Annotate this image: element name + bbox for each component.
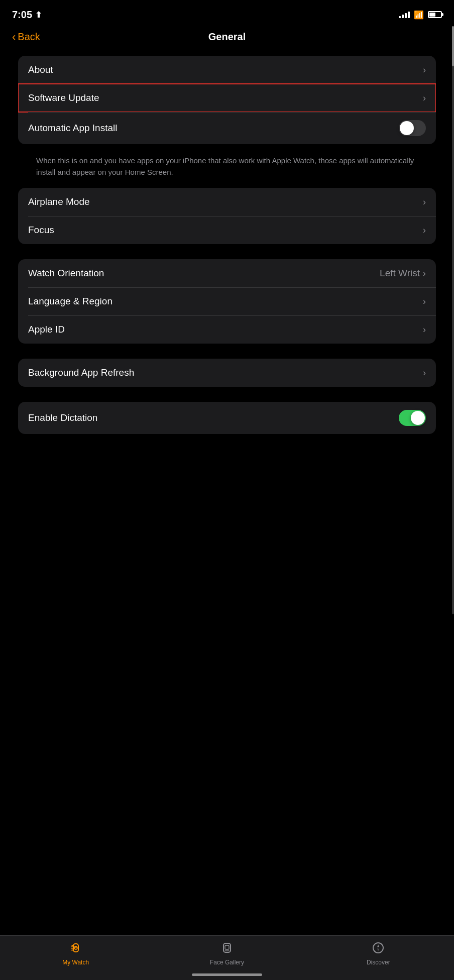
settings-group-4: Background App Refresh › [18,359,436,387]
discover-tab-label: Discover [367,959,390,966]
software-update-row[interactable]: Software Update › [18,84,436,112]
tab-my-watch[interactable]: My Watch [0,941,151,966]
focus-label: Focus [28,225,54,236]
automatic-app-install-row[interactable]: Automatic App Install [18,112,436,144]
my-watch-tab-label: My Watch [62,959,89,966]
apple-id-row[interactable]: Apple ID › [18,315,436,344]
enable-dictation-label: Enable Dictation [28,412,97,423]
face-gallery-tab-label: Face Gallery [210,959,244,966]
svg-line-1 [72,945,73,946]
background-app-refresh-label: Background App Refresh [28,367,134,378]
home-indicator [192,973,262,976]
software-update-label: Software Update [28,92,99,103]
status-time: 7:05 ⬆ [12,9,42,21]
settings-group-3: Watch Orientation Left Wrist › Language … [18,259,436,344]
airplane-mode-right: › [423,197,426,207]
location-icon: ⬆ [35,10,42,20]
language-region-right: › [423,296,426,307]
time-display: 7:05 [12,9,32,21]
enable-dictation-toggle-knob [411,411,425,425]
background-app-refresh-right: › [423,368,426,378]
settings-group-5: Enable Dictation [18,402,436,434]
discover-icon [371,941,385,957]
toggle-knob [400,121,414,135]
automatic-app-install-label: Automatic App Install [28,123,117,134]
about-row[interactable]: About › [18,56,436,84]
watch-orientation-label: Watch Orientation [28,268,104,279]
language-region-label: Language & Region [28,296,112,307]
about-label: About [28,64,53,75]
status-icons: 📶 [399,10,442,20]
language-region-row[interactable]: Language & Region › [18,287,436,315]
apple-id-right: › [423,324,426,335]
settings-group-1: About › Software Update › Automatic App … [18,56,436,144]
about-right: › [423,65,426,75]
svg-line-3 [72,950,73,950]
svg-marker-12 [377,944,379,947]
background-app-refresh-row[interactable]: Background App Refresh › [18,359,436,387]
my-watch-icon [69,941,83,957]
battery-icon [428,11,442,18]
focus-row[interactable]: Focus › [18,216,436,244]
enable-dictation-toggle[interactable] [399,410,426,426]
watch-orientation-right: Left Wrist › [380,268,426,279]
svg-rect-9 [225,945,229,949]
airplane-mode-chevron-icon: › [423,197,426,207]
svg-marker-13 [377,948,379,951]
language-region-chevron-icon: › [423,296,426,307]
airplane-mode-row[interactable]: Airplane Mode › [18,188,436,216]
tab-face-gallery[interactable]: Face Gallery [151,941,302,966]
watch-orientation-value: Left Wrist [380,268,420,279]
tab-discover[interactable]: Discover [303,941,454,966]
back-button[interactable]: ‹ Back [12,31,40,43]
focus-right: › [423,225,426,236]
wifi-icon: 📶 [414,10,424,20]
airplane-mode-label: Airplane Mode [28,196,90,207]
apple-id-label: Apple ID [28,324,65,335]
content-area: About › Software Update › Automatic App … [0,51,454,499]
nav-bar: ‹ Back General [0,26,454,51]
back-label: Back [18,31,40,43]
automatic-app-install-toggle[interactable] [399,120,426,136]
apple-id-chevron-icon: › [423,324,426,335]
settings-group-2: Airplane Mode › Focus › [18,188,436,244]
face-gallery-icon [220,941,234,957]
status-bar: 7:05 ⬆ 📶 [0,0,454,26]
background-app-refresh-chevron-icon: › [423,368,426,378]
enable-dictation-row[interactable]: Enable Dictation [18,402,436,434]
watch-orientation-row[interactable]: Watch Orientation Left Wrist › [18,259,436,287]
automatic-app-install-description: When this is on and you have apps on you… [18,149,436,188]
scrollbar-thumb[interactable] [452,26,454,66]
signal-bars-icon [399,12,410,18]
page-title: General [208,31,246,43]
software-update-chevron-icon: › [423,93,426,103]
scrollbar-track[interactable] [452,26,454,614]
focus-chevron-icon: › [423,225,426,236]
about-chevron-icon: › [423,65,426,75]
back-chevron-icon: ‹ [12,32,16,43]
watch-orientation-chevron-icon: › [423,268,426,279]
software-update-right: › [423,93,426,103]
